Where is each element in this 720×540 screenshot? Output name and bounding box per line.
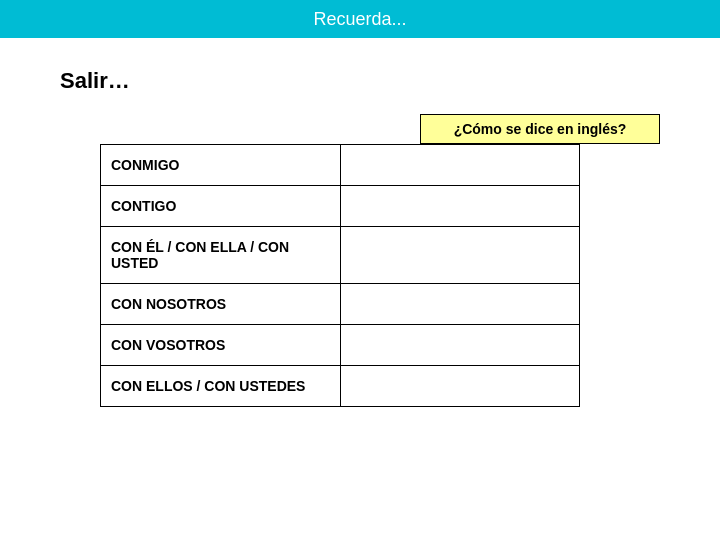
cell-english-2 [340, 227, 579, 284]
table-wrapper: ¿Cómo se dice en inglés? CONMIGOCONTIGOC… [100, 114, 660, 407]
column-header-row: ¿Cómo se dice en inglés? [100, 114, 660, 144]
table-row: CON NOSOTROS [101, 284, 580, 325]
cell-english-1 [340, 186, 579, 227]
header-title: Recuerda... [313, 9, 406, 30]
cell-spanish-3: CON NOSOTROS [101, 284, 341, 325]
page-content: Salir… ¿Cómo se dice en inglés? CONMIGOC… [0, 38, 720, 437]
cell-spanish-1: CONTIGO [101, 186, 341, 227]
cell-spanish-2: CON ÉL / CON ELLA / CON USTED [101, 227, 341, 284]
vocab-table: CONMIGOCONTIGOCON ÉL / CON ELLA / CON US… [100, 144, 580, 407]
cell-english-4 [340, 325, 579, 366]
cell-english-3 [340, 284, 579, 325]
table-row: CON VOSOTROS [101, 325, 580, 366]
table-row: CON ÉL / CON ELLA / CON USTED [101, 227, 580, 284]
table-row: CON ELLOS / CON USTEDES [101, 366, 580, 407]
cell-spanish-0: CONMIGO [101, 145, 341, 186]
cell-spanish-5: CON ELLOS / CON USTEDES [101, 366, 341, 407]
table-row: CONTIGO [101, 186, 580, 227]
cell-english-5 [340, 366, 579, 407]
column-header: ¿Cómo se dice en inglés? [420, 114, 660, 144]
table-row: CONMIGO [101, 145, 580, 186]
cell-spanish-4: CON VOSOTROS [101, 325, 341, 366]
header-bar: Recuerda... [0, 0, 720, 38]
cell-english-0 [340, 145, 579, 186]
section-title: Salir… [60, 68, 660, 94]
